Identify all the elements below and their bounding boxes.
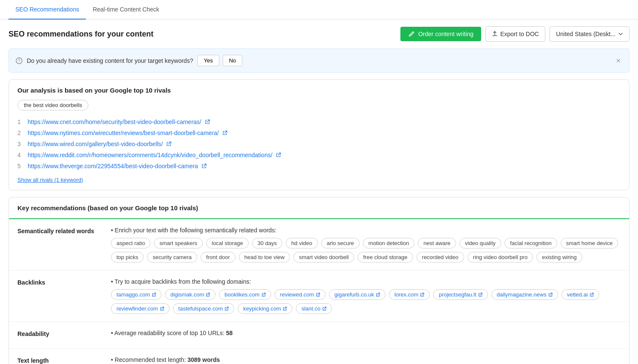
rivals-card-title: Our analysis is based on your Google top…	[17, 87, 621, 94]
tag-smart-speakers: smart speakers	[154, 238, 203, 248]
rival-num-2: 2	[17, 130, 24, 136]
link-booklikes[interactable]: booklikes.com	[219, 289, 271, 300]
backlinks-description: • Try to acquire backlinks from the foll…	[111, 278, 621, 285]
backlinks-row: Backlinks • Try to acquire backlinks fro…	[9, 271, 629, 322]
recommendations-card: Key recommendations (based on your Googl…	[9, 197, 629, 364]
readability-description: • Average readability score of top 10 UR…	[111, 330, 621, 336]
no-button[interactable]: No	[223, 55, 243, 66]
rivals-card: Our analysis is based on your Google top…	[9, 79, 629, 190]
edit-icon	[408, 31, 415, 37]
tag-existing-wiring: existing wiring	[536, 252, 582, 262]
link-reviewed[interactable]: reviewed.com	[275, 289, 326, 300]
svg-text:?: ?	[18, 59, 20, 63]
tag-aspect-ratio: aspect ratio	[111, 238, 150, 248]
link-digismak[interactable]: digismak.com	[165, 289, 216, 300]
region-selector[interactable]: United States (Deskt...	[550, 26, 629, 42]
tag-recorded-video: recorded video	[417, 252, 464, 262]
readability-label: Readability	[17, 330, 111, 341]
tag-ring-video-doorbell-pro: ring video doorbell pro	[468, 252, 533, 262]
tag-smart-video-doorbell: smart video doorbell	[293, 252, 354, 262]
semantic-tags: aspect ratio smart speakers local storag…	[111, 238, 621, 262]
tag-front-door: front door	[201, 252, 235, 262]
backlinks-content: • Try to acquire backlinks from the foll…	[111, 278, 621, 314]
tag-30-days: 30 days	[252, 238, 283, 248]
tag-motion-detection: motion detection	[363, 238, 414, 248]
link-gigarefurb[interactable]: gigarefurb.co.uk	[329, 289, 386, 300]
recommendations-header: Key recommendations (based on your Googl…	[9, 198, 629, 219]
text-length-content: • Recommended text length: 3089 words	[111, 356, 621, 364]
external-link-icon-5	[201, 164, 207, 169]
tag-free-cloud-storage: free cloud storage	[357, 252, 413, 262]
rival-num-5: 5	[17, 163, 24, 169]
rival-item-4: 4 https://www.reddit.com/r/homeowners/co…	[17, 150, 621, 161]
banner-close-button[interactable]: ×	[614, 57, 622, 65]
header-actions: Order content writing Export to DOC Unit…	[400, 26, 629, 42]
rival-num-4: 4	[17, 152, 24, 158]
link-keypicking[interactable]: keypicking.com	[238, 303, 292, 314]
text-length-label: Text length	[17, 356, 111, 364]
link-projectsegfau[interactable]: projectsegfau.lt	[433, 289, 488, 300]
readability-content: • Average readability score of top 10 UR…	[111, 330, 621, 341]
tab-seo[interactable]: SEO Recommendations	[9, 0, 86, 20]
link-slant[interactable]: slant.co	[296, 303, 332, 314]
readability-score: 58	[226, 330, 233, 336]
backlinks-tags: tamaggo.com digismak.com booklikes.com r…	[111, 289, 621, 314]
text-length-row: Text length • Recommended text length: 3…	[9, 349, 629, 364]
rival-item-2: 2 https://www.nytimes.com/wirecutter/rev…	[17, 127, 621, 138]
rival-item-1: 1 https://www.cnet.com/home/security/bes…	[17, 116, 621, 127]
rival-link-3[interactable]: https://www.wired.com/gallery/best-video…	[28, 141, 163, 147]
recommendations-title: Key recommendations (based on your Googl…	[17, 204, 621, 212]
question-circle-icon: ?	[16, 57, 23, 64]
tag-hd-video: hd video	[286, 238, 318, 248]
rival-link-2[interactable]: https://www.nytimes.com/wirecutter/revie…	[28, 130, 219, 136]
text-length-description: • Recommended text length: 3089 words	[111, 356, 621, 363]
banner-actions: Yes No	[197, 55, 242, 66]
semantic-description: • Enrich your text with the following se…	[111, 227, 621, 234]
rival-num-1: 1	[17, 119, 24, 125]
tabs-bar: SEO Recommendations Real-time Content Ch…	[0, 0, 638, 20]
tag-security-camera: security camera	[147, 252, 197, 262]
external-link-icon-3	[166, 141, 171, 147]
upload-icon	[492, 31, 498, 37]
link-tamaggo[interactable]: tamaggo.com	[111, 289, 162, 300]
text-length-value: 3089 words	[187, 356, 220, 363]
order-content-button[interactable]: Order content writing	[400, 27, 481, 41]
rival-item-3: 3 https://www.wired.com/gallery/best-vid…	[17, 138, 621, 150]
yes-button[interactable]: Yes	[197, 55, 219, 66]
rivals-card-body: Our analysis is based on your Google top…	[9, 80, 629, 190]
tag-facial-recognition: facial recognition	[505, 238, 557, 248]
semantic-label: Semantically related words	[17, 227, 111, 262]
show-all-rivals-link[interactable]: Show all rivals (1 keyword)	[17, 177, 83, 183]
export-doc-button[interactable]: Export to DOC	[485, 26, 545, 42]
semantic-content: • Enrich your text with the following se…	[111, 227, 621, 262]
backlinks-label: Backlinks	[17, 278, 111, 314]
link-lorex[interactable]: lorex.com	[389, 289, 430, 300]
tag-arlo-secure: arlo secure	[321, 238, 360, 248]
tag-video-quality: video quality	[459, 238, 501, 248]
page-header: SEO recommendations for your content Ord…	[0, 20, 638, 48]
link-dailymagazine[interactable]: dailymagazine.news	[491, 289, 558, 300]
tag-local-storage: local storage	[206, 238, 249, 248]
semantic-words-row: Semantically related words • Enrich your…	[9, 219, 629, 271]
chevron-down-icon	[618, 31, 623, 37]
rivals-list: 1 https://www.cnet.com/home/security/bes…	[17, 116, 621, 172]
tag-head-to-toe-view: head to toe view	[239, 252, 290, 262]
rival-link-1[interactable]: https://www.cnet.com/home/security/best-…	[28, 119, 201, 125]
link-vetted[interactable]: vetted.ai	[561, 289, 599, 300]
keyword-tag: the best video doorbells	[17, 100, 88, 110]
tab-realtime[interactable]: Real-time Content Check	[86, 0, 166, 20]
rival-link-4[interactable]: https://www.reddit.com/r/homeowners/comm…	[28, 152, 272, 158]
link-tastefulspace[interactable]: tastefulspace.com	[173, 303, 235, 314]
main-content: ? Do you already have existing content f…	[0, 48, 638, 364]
tag-top-picks: top picks	[111, 252, 144, 262]
banner-question-area: ? Do you already have existing content f…	[16, 55, 242, 66]
tag-smart-home-device: smart home device	[561, 238, 618, 248]
info-banner: ? Do you already have existing content f…	[9, 48, 629, 73]
tag-nest-aware: nest aware	[418, 238, 456, 248]
rival-link-5[interactable]: https://www.theverge.com/22954554/best-v…	[28, 163, 198, 169]
link-reviewfinder[interactable]: reviewfinder.com	[111, 303, 170, 314]
banner-text: Do you already have existing content for…	[27, 57, 193, 64]
rival-num-3: 3	[17, 141, 24, 147]
rival-item-5: 5 https://www.theverge.com/22954554/best…	[17, 161, 621, 172]
external-link-icon-4	[276, 152, 281, 158]
